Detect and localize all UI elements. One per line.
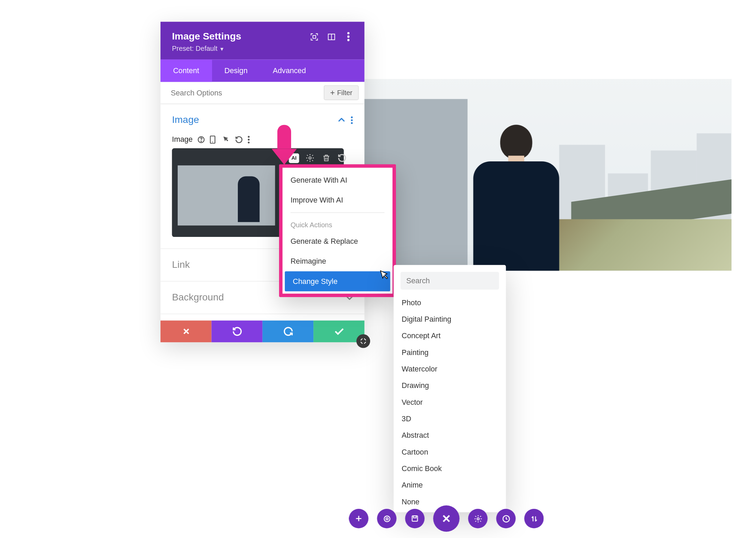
svg-point-16 <box>309 157 311 159</box>
add-button[interactable] <box>349 509 368 528</box>
close-builder-button[interactable] <box>433 505 460 532</box>
style-option[interactable]: Abstract <box>394 427 506 444</box>
svg-point-15 <box>248 141 249 143</box>
gear-icon[interactable] <box>305 153 315 163</box>
page-hero-image <box>364 79 732 271</box>
filter-button[interactable]: +Filter <box>324 85 358 100</box>
wireframe-button[interactable] <box>377 509 397 528</box>
svg-rect-19 <box>412 516 418 522</box>
style-option[interactable]: Vector <box>394 394 506 410</box>
panel-title: Image Settings <box>172 31 309 42</box>
tab-design[interactable]: Design <box>212 59 260 82</box>
cancel-button[interactable] <box>160 321 211 342</box>
style-search-input[interactable] <box>401 272 499 290</box>
columns-icon[interactable] <box>326 32 336 41</box>
menu-change-style[interactable]: Change Style <box>285 271 390 291</box>
ai-actions-menu: Generate With AI Improve With AI Quick A… <box>279 164 396 297</box>
menu-generate-replace[interactable]: Generate & Replace <box>282 231 392 251</box>
search-bar: +Filter <box>160 82 364 104</box>
svg-point-20 <box>477 517 479 519</box>
svg-point-13 <box>248 136 249 137</box>
style-dropdown: Photo Digital Painting Concept Art Paint… <box>394 265 506 512</box>
trash-icon[interactable] <box>321 153 331 163</box>
panel-footer <box>160 321 364 342</box>
history-button[interactable] <box>496 509 516 528</box>
svg-point-10 <box>201 141 202 141</box>
image-field-label: Image <box>172 135 192 144</box>
undo-mini-icon[interactable] <box>235 135 243 143</box>
undo-button[interactable] <box>211 321 262 342</box>
section-kebab-icon[interactable] <box>351 116 353 124</box>
search-input[interactable] <box>160 82 324 103</box>
style-option[interactable]: Anime <box>394 477 506 493</box>
callout-arrow-icon <box>277 125 297 165</box>
section-admin-label[interactable]: Admin Label <box>160 314 364 320</box>
svg-point-8 <box>351 122 353 124</box>
section-image-title[interactable]: Image <box>172 114 199 126</box>
style-option[interactable]: Comic Book <box>394 460 506 477</box>
tab-content[interactable]: Content <box>160 59 212 82</box>
tab-advanced[interactable]: Advanced <box>260 59 319 82</box>
field-kebab-icon[interactable] <box>248 135 256 143</box>
menu-quick-actions-header: Quick Actions <box>282 215 392 231</box>
cursor-icon <box>380 270 388 281</box>
style-option[interactable]: Drawing <box>394 377 506 394</box>
style-option[interactable]: Concept Art <box>394 328 506 344</box>
resize-handle-icon[interactable] <box>356 334 370 348</box>
svg-point-18 <box>386 517 388 519</box>
portability-button[interactable] <box>524 509 544 528</box>
style-option[interactable]: Photo <box>394 294 506 311</box>
collapse-icon[interactable] <box>338 118 345 122</box>
section-admin-title: Admin Label <box>172 320 226 321</box>
menu-improve-ai[interactable]: Improve With AI <box>282 190 392 210</box>
section-background-title: Background <box>172 292 224 303</box>
svg-point-7 <box>351 119 353 121</box>
svg-point-4 <box>347 35 349 38</box>
style-option[interactable]: Painting <box>394 344 506 360</box>
panel-tabs: Content Design Advanced <box>160 59 364 82</box>
svg-point-3 <box>347 32 349 34</box>
builder-bottom-toolbar <box>349 505 544 532</box>
kebab-icon[interactable] <box>344 32 353 41</box>
svg-point-12 <box>212 141 213 142</box>
page-settings-button[interactable] <box>468 509 488 528</box>
device-icon[interactable] <box>210 135 218 143</box>
style-option[interactable]: Digital Painting <box>394 311 506 327</box>
svg-rect-0 <box>313 35 315 38</box>
menu-generate-ai[interactable]: Generate With AI <box>282 170 392 190</box>
revert-icon[interactable] <box>337 153 347 163</box>
svg-point-5 <box>347 39 349 41</box>
svg-point-6 <box>351 116 353 118</box>
hover-icon[interactable] <box>222 135 230 143</box>
redo-button[interactable] <box>263 321 313 342</box>
style-option[interactable]: 3D <box>394 410 506 427</box>
preset-label[interactable]: Preset: Default ▼ <box>172 45 353 53</box>
help-icon[interactable] <box>197 135 205 143</box>
svg-point-14 <box>248 138 249 140</box>
style-option[interactable]: Cartoon <box>394 444 506 460</box>
section-link-title: Link <box>172 259 190 271</box>
panel-header: Image Settings Preset: Default ▼ <box>160 22 364 59</box>
save-page-button[interactable] <box>405 509 425 528</box>
svg-point-17 <box>384 516 390 522</box>
style-option[interactable]: Watercolor <box>394 360 506 377</box>
menu-reimagine[interactable]: Reimagine <box>282 251 392 271</box>
snap-icon[interactable] <box>309 32 319 41</box>
